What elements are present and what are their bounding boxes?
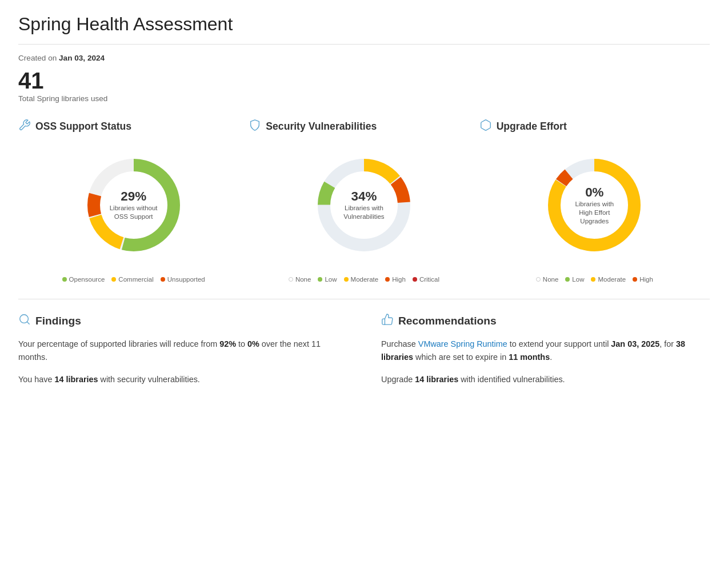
upgrade-high-label: High <box>639 276 653 283</box>
none-dot <box>289 277 293 282</box>
legend-low: Low <box>318 276 337 283</box>
legend-commercial: Commercial <box>111 276 153 283</box>
finding-2: You have 14 libraries with security vuln… <box>18 373 347 386</box>
total-label: Total Spring libraries used <box>18 94 710 103</box>
upgrade-legend: None Low Moderate High <box>536 276 653 283</box>
oss-icon <box>18 119 31 134</box>
commercial-dot <box>111 277 116 282</box>
legend-high: High <box>385 276 406 283</box>
svg-point-13 <box>561 172 627 238</box>
critical-label: Critical <box>419 276 439 283</box>
upgrade-low-dot <box>565 277 570 282</box>
legend-unsupported: Unsupported <box>161 276 205 283</box>
svg-point-4 <box>101 172 167 238</box>
findings-header: Findings <box>18 313 347 328</box>
findings-section: Findings Your percentage of supported li… <box>18 313 347 395</box>
recs-header: Recommendations <box>381 313 710 328</box>
security-donut: 34% Libraries with Vulnerabilities <box>307 148 421 262</box>
recs-title: Recommendations <box>398 315 497 327</box>
recommendations-section: Recommendations Purchase VMware Spring R… <box>381 313 710 395</box>
oss-donut: 29% Libraries without OSS Support <box>77 148 191 262</box>
commercial-label: Commercial <box>118 276 153 283</box>
upgrade-legend-low: Low <box>565 276 584 283</box>
oss-legend: Opensource Commercial Unsupported <box>62 276 205 283</box>
title-divider <box>18 44 710 45</box>
oss-header: OSS Support Status <box>18 119 249 134</box>
upgrade-section: Upgrade Effort 0% Libraries with High Ef… <box>479 119 710 283</box>
upgrade-legend-high: High <box>633 276 653 283</box>
moderate-dot <box>344 277 349 282</box>
page-title: Spring Health Assessment <box>18 14 710 35</box>
legend-moderate: Moderate <box>344 276 379 283</box>
upgrade-title: Upgrade Effort <box>497 121 567 133</box>
low-label: Low <box>325 276 337 283</box>
vmware-link[interactable]: VMware Spring Runtime <box>418 339 507 348</box>
security-header: Security Vulnerabilities <box>249 119 479 134</box>
findings-title: Findings <box>35 315 81 327</box>
opensource-label: Opensource <box>69 276 105 283</box>
security-icon <box>249 119 261 134</box>
legend-opensource: Opensource <box>62 276 105 283</box>
legend-critical: Critical <box>413 276 439 283</box>
security-legend: None Low Moderate High Critical <box>289 276 439 283</box>
finding-1: Your percentage of supported libraries w… <box>18 338 347 364</box>
upgrade-legend-moderate: Moderate <box>591 276 626 283</box>
upgrade-moderate-dot <box>591 277 595 282</box>
opensource-dot <box>62 277 67 282</box>
upgrade-moderate-label: Moderate <box>598 276 626 283</box>
unsupported-label: Unsupported <box>167 276 205 283</box>
upgrade-none-label: None <box>543 276 559 283</box>
high-label: High <box>392 276 406 283</box>
security-title: Security Vulnerabilities <box>266 121 377 133</box>
total-count: 41 <box>18 69 710 92</box>
findings-icon <box>18 313 31 328</box>
upgrade-high-dot <box>633 277 637 282</box>
recs-icon <box>381 313 394 328</box>
upgrade-header: Upgrade Effort <box>479 119 710 134</box>
svg-point-9 <box>331 172 397 238</box>
upgrade-none-dot <box>536 277 541 282</box>
oss-support-section: OSS Support Status <box>18 119 249 283</box>
rec-2: Upgrade 14 libraries with identified vul… <box>381 373 710 386</box>
legend-none: None <box>289 276 311 283</box>
critical-dot <box>413 277 417 282</box>
moderate-label: Moderate <box>351 276 379 283</box>
upgrade-icon <box>479 119 492 134</box>
rec-1: Purchase VMware Spring Runtime to extend… <box>381 338 710 364</box>
findings-recommendations-row: Findings Your percentage of supported li… <box>18 313 710 395</box>
high-dot <box>385 277 390 282</box>
low-dot <box>318 277 322 282</box>
upgrade-legend-none: None <box>536 276 559 283</box>
none-label: None <box>295 276 311 283</box>
charts-divider <box>18 299 710 299</box>
security-section: Security Vulnerabilities <box>249 119 479 283</box>
upgrade-donut: 0% Libraries with High Effort Upgrades <box>537 148 651 262</box>
upgrade-low-label: Low <box>572 276 584 283</box>
unsupported-dot <box>161 277 165 282</box>
charts-row: OSS Support Status <box>18 119 710 283</box>
oss-title: OSS Support Status <box>35 121 131 133</box>
created-on-label: Created on Jan 03, 2024 <box>18 54 710 62</box>
